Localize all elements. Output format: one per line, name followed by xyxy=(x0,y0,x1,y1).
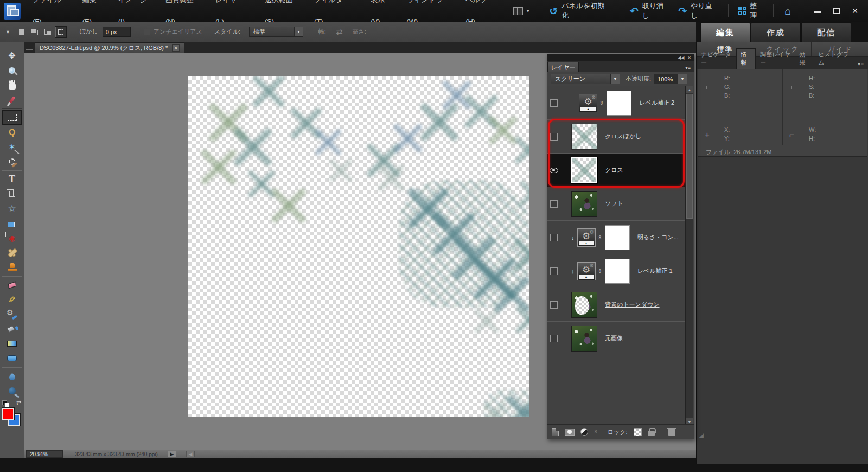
scrollbar-thumb[interactable] xyxy=(686,94,693,219)
toolbar-grip[interactable] xyxy=(6,44,18,47)
visibility-cell[interactable] xyxy=(547,288,560,321)
visibility-checkbox[interactable] xyxy=(550,133,558,141)
layer-name[interactable]: 明るさ・コン... xyxy=(637,233,679,241)
eraser-tool[interactable] xyxy=(2,278,22,292)
restore-button[interactable] xyxy=(833,8,840,14)
sponge-tool[interactable] xyxy=(2,384,22,398)
delete-layer-icon[interactable] xyxy=(668,429,675,436)
layer-thumbnail[interactable] xyxy=(571,191,597,217)
layer-thumbnail[interactable] xyxy=(571,124,597,150)
visibility-cell[interactable] xyxy=(547,221,560,254)
opacity-field[interactable]: 100% ▼ xyxy=(654,74,687,84)
blur-tool[interactable] xyxy=(2,369,22,384)
red-eye-removal-tool[interactable]: ◉ xyxy=(2,231,22,245)
shape-tool[interactable] xyxy=(2,351,22,366)
home-button[interactable]: ⌂ xyxy=(779,5,796,17)
foreground-color-swatch[interactable] xyxy=(2,408,14,420)
spot-healing-brush-tool[interactable] xyxy=(2,245,22,260)
layers-panel-titlebar[interactable]: ◀◀ ✕ xyxy=(547,54,694,61)
link-layers-icon[interactable]: ∞ xyxy=(593,430,599,434)
layer-row-cross-blur[interactable]: クロスぼかし xyxy=(547,120,686,154)
layers-tab[interactable]: レイヤー xyxy=(547,62,579,72)
zoom-level-field[interactable]: 20.91% xyxy=(26,450,63,458)
layer-row-cross[interactable]: クロス xyxy=(547,154,686,187)
blend-mode-dropdown[interactable]: スクリーン ▼ xyxy=(551,74,620,84)
layer-row-levels-1[interactable]: ↓ ⚙ ⚙ ▴ ∞ レベル補正 1 xyxy=(547,254,686,288)
mask-link-icon[interactable]: ∞ xyxy=(599,101,605,105)
lock-transparency-icon[interactable] xyxy=(634,428,642,436)
visibility-cell[interactable] xyxy=(547,254,560,288)
visibility-checkbox[interactable] xyxy=(550,335,558,342)
feather-input[interactable] xyxy=(103,27,131,37)
new-adjustment-layer-icon[interactable] xyxy=(580,428,588,436)
layer-row-original[interactable]: 元画像 xyxy=(547,322,686,355)
visibility-cell[interactable] xyxy=(547,322,560,355)
panel-resize-grip[interactable]: ◢ xyxy=(699,432,704,439)
adjustment-layer-thumbnail[interactable]: ⚙ ⚙ ▴ xyxy=(579,94,597,112)
tab-adjustment-layers[interactable]: 調整レイヤー xyxy=(756,49,795,69)
rectangular-marquee-tool[interactable] xyxy=(2,110,22,125)
organizer-button[interactable]: 整理 xyxy=(734,1,768,21)
layer-thumbnail[interactable] xyxy=(571,292,597,318)
collapse-panel-icon[interactable]: ◀◀ xyxy=(678,55,684,60)
scroll-up-icon[interactable]: ▲ xyxy=(686,86,693,93)
tab-info[interactable]: 情報 xyxy=(736,48,756,69)
adjustment-layer-thumbnail[interactable]: ⚙ ⚙ ▴ xyxy=(577,262,596,280)
layer-row-brightness-contrast[interactable]: ↓ ⚙ ⚙ ▴ ∞ 明るさ・コン... xyxy=(547,221,686,254)
selection-mode-new[interactable] xyxy=(16,26,28,38)
recompose-tool[interactable] xyxy=(2,216,22,231)
panel-menu-icon[interactable]: ▾≡ xyxy=(853,61,868,69)
layer-name[interactable]: クロスぼかし xyxy=(605,132,642,141)
selection-brush-tool[interactable] xyxy=(2,154,22,169)
crop-tool[interactable] xyxy=(2,187,22,201)
visibility-checkbox[interactable] xyxy=(550,200,558,208)
cookie-cutter-tool[interactable]: ☆ xyxy=(2,201,22,216)
smart-brush-tool[interactable]: ⚙ xyxy=(2,307,22,322)
mask-link-icon[interactable]: ∞ xyxy=(597,235,603,239)
paint-bucket-tool[interactable] xyxy=(2,322,22,336)
antialias-checkbox[interactable] xyxy=(144,29,150,35)
layer-row-levels-2[interactable]: ⚙ ⚙ ▴ ∞ レベル補正 2 xyxy=(547,86,686,120)
status-prev-icon[interactable]: ◀ xyxy=(186,451,195,457)
arrange-layout-button[interactable]: ▼ xyxy=(510,5,533,17)
type-tool[interactable]: T xyxy=(2,172,22,187)
close-document-icon[interactable]: ✕ xyxy=(172,44,180,52)
tab-effects[interactable]: 効果 xyxy=(795,49,814,69)
layer-name[interactable]: 背景のトーンダウン xyxy=(605,301,660,309)
style-dropdown[interactable]: 標準 ▼ xyxy=(249,27,303,37)
redo-button[interactable]: ↷ やり直し xyxy=(674,1,723,21)
lock-all-icon[interactable] xyxy=(648,431,655,436)
document-tab[interactable]: DSC03827-Edit.psd @ 20.9% (クロス, RGB/8) *… xyxy=(35,42,184,53)
layer-thumbnail[interactable] xyxy=(571,326,597,352)
magic-wand-tool[interactable]: ✶ xyxy=(2,139,22,154)
tool-options-caret-icon[interactable]: ▼ xyxy=(5,29,10,35)
tab-create[interactable]: 作成 xyxy=(751,22,801,42)
canvas[interactable] xyxy=(188,76,529,417)
layer-mask-thumbnail[interactable] xyxy=(605,259,630,284)
selection-mode-intersect[interactable] xyxy=(55,26,67,38)
tab-edit[interactable]: 編集 xyxy=(700,22,750,42)
layer-name[interactable]: クロス xyxy=(605,166,623,174)
layer-name[interactable]: レベル補正 1 xyxy=(637,267,673,275)
visibility-cell[interactable] xyxy=(547,187,560,220)
layer-thumbnail[interactable] xyxy=(571,157,597,183)
layers-scrollbar[interactable]: ▲ ▼ xyxy=(685,86,693,425)
move-tool[interactable]: ✥ xyxy=(2,48,22,63)
selection-mode-add[interactable] xyxy=(29,26,41,38)
gradient-tool[interactable] xyxy=(2,336,22,351)
swap-colors-icon[interactable]: ⇄ xyxy=(16,399,21,406)
mask-link-icon[interactable]: ∞ xyxy=(597,269,603,273)
swap-dimensions-icon[interactable]: ⇄ xyxy=(336,27,343,37)
layer-name[interactable]: 元画像 xyxy=(605,334,623,342)
tab-navigator[interactable]: ナビゲーター xyxy=(697,49,736,69)
reset-panels-button[interactable]: ↺ パネルを初期化 xyxy=(545,1,614,21)
close-panel-icon[interactable]: ✕ xyxy=(687,55,691,60)
visibility-checkbox[interactable] xyxy=(550,234,558,241)
visibility-checkbox[interactable] xyxy=(550,267,558,275)
zoom-tool[interactable] xyxy=(2,63,22,78)
visibility-cell[interactable] xyxy=(547,154,560,187)
new-layer-mask-icon[interactable] xyxy=(565,429,575,436)
adjustment-layer-thumbnail[interactable]: ⚙ ⚙ ▴ xyxy=(577,228,596,247)
layer-row-soft[interactable]: ソフト xyxy=(547,187,686,221)
pencil-tool[interactable]: ✎ xyxy=(2,292,22,307)
